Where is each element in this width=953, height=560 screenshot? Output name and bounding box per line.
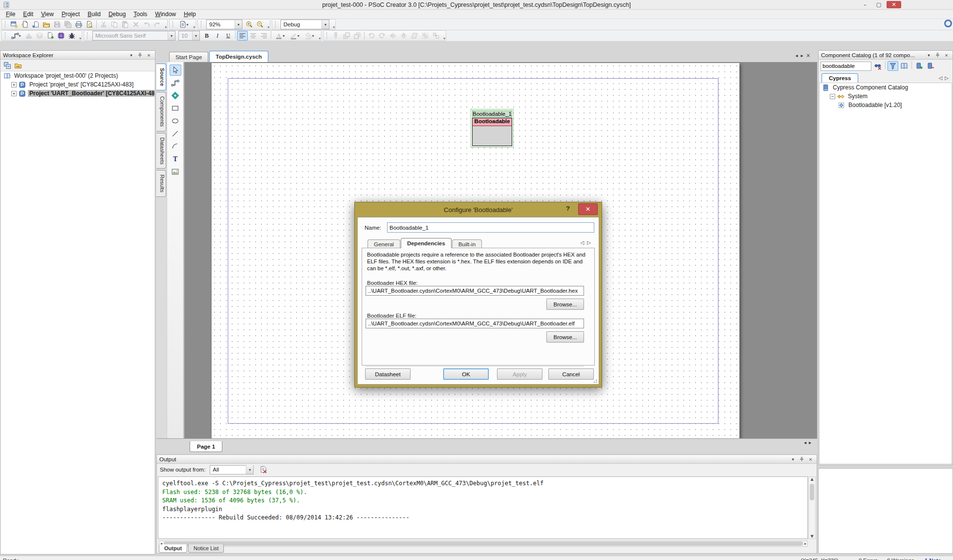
close-button[interactable]: ✕ [887, 1, 901, 8]
scroll-down-icon[interactable]: ▼ [810, 534, 813, 538]
show-output-from-combo[interactable]: All▾ [210, 465, 254, 474]
pin-icon[interactable] [798, 456, 805, 463]
tree-item[interactable]: +Project 'UART_Bootloader' [CY8C4125AXI-… [1, 89, 154, 98]
page-1-tab[interactable]: Page 1 [190, 441, 222, 452]
chevron-down-icon[interactable]: ▾ [789, 456, 797, 463]
toolbar-overflow-icon[interactable]: ▾ [333, 25, 335, 29]
tab-start-page[interactable]: Start Page [169, 52, 208, 62]
open-book-button[interactable] [899, 61, 910, 71]
toolbar-overflow-icon[interactable]: ▾ [193, 25, 195, 29]
tab-topdesign[interactable]: TopDesign.cysch [209, 51, 268, 62]
dialog-resize-grip[interactable] [592, 378, 597, 383]
menu-item-edit[interactable]: Edit [19, 10, 37, 18]
remove-book-button[interactable] [925, 61, 936, 71]
chevron-down-icon[interactable]: ▾ [925, 52, 932, 59]
page-scroll-right-icon[interactable]: ▸ [809, 440, 811, 445]
status-errors[interactable]: 0 Errors [859, 557, 878, 560]
zoom-out-button[interactable] [255, 20, 265, 29]
toolbar-overflow-icon[interactable]: ▾ [319, 37, 321, 41]
menu-item-debug[interactable]: Debug [105, 10, 130, 18]
output-vertical-scrollbar[interactable]: ▲▼ [808, 476, 816, 539]
text-tool-button[interactable]: T [170, 153, 181, 165]
menu-item-project[interactable]: Project [58, 10, 84, 18]
menu-item-tools[interactable]: Tools [130, 10, 151, 18]
dialog-tab-right-icon[interactable]: ▷ [587, 240, 591, 245]
print-preview-button[interactable] [84, 20, 95, 29]
print-button[interactable] [73, 20, 84, 29]
flip-vertical-button[interactable] [398, 31, 409, 41]
toolbar-overflow-icon[interactable]: ▾ [79, 37, 81, 41]
open-project-button[interactable] [30, 20, 41, 29]
tab-output[interactable]: Output [159, 544, 187, 553]
bug-button[interactable] [66, 31, 77, 41]
side-tab-source[interactable]: Source [156, 64, 166, 90]
dialog-close-button[interactable]: ✕ [578, 203, 598, 215]
scroll-thumb[interactable] [810, 484, 814, 500]
side-tab-datasheets[interactable]: Datasheets [156, 133, 166, 169]
ok-button[interactable]: OK [443, 368, 489, 380]
rotate-right-button[interactable] [377, 31, 388, 41]
font-color-button[interactable]: A▾ [273, 31, 287, 41]
dialog-help-button[interactable]: ? [563, 205, 573, 215]
scroll-thumb[interactable] [164, 541, 803, 546]
search-binoculars-button[interactable] [872, 61, 883, 71]
send-back-button[interactable] [352, 31, 363, 41]
tab-notice-list[interactable]: Notice List [188, 544, 224, 553]
side-tab-components[interactable]: Components [156, 92, 166, 131]
datasheet-button[interactable]: ▾ [176, 20, 191, 29]
redo-button[interactable] [152, 20, 163, 29]
browse-hex-button[interactable]: Browse... [546, 299, 584, 310]
tree-item[interactable]: Workspace 'projet_test-000' (2 Projects) [1, 71, 154, 80]
menu-item-window[interactable]: Window [151, 10, 180, 18]
tab-built-in[interactable]: Built-in [452, 239, 482, 248]
cancel-button[interactable]: Cancel [548, 368, 594, 380]
clear-output-button[interactable] [258, 465, 269, 474]
toolbar-overflow-icon[interactable]: ▾ [443, 37, 445, 41]
status-warnings[interactable]: 0 Warnings [887, 557, 914, 560]
tab-scroll-right-icon[interactable]: ▸ [801, 53, 803, 58]
font-name-combo[interactable]: Microsoft Sans Serif▾ [92, 31, 175, 41]
tree-item[interactable]: Bootloadable [v1.20] [820, 101, 952, 109]
build-config-combo[interactable]: Debug▾ [281, 20, 329, 29]
close-icon[interactable]: × [807, 456, 814, 463]
chevron-down-icon[interactable]: ▾ [128, 52, 135, 59]
wire-tool-button[interactable] [170, 77, 181, 88]
toolbar-overflow-icon[interactable]: ▾ [165, 25, 167, 29]
route-wire-button[interactable]: ▾ [9, 31, 23, 41]
elf-file-input[interactable] [366, 319, 584, 328]
save-button[interactable] [52, 20, 63, 29]
cut-button[interactable] [98, 20, 109, 29]
undo-button[interactable] [141, 20, 152, 29]
pen-color-button[interactable]: ▾ [287, 31, 302, 41]
component-ref-label[interactable]: Bootloadable_1 [472, 110, 512, 117]
save-all-button[interactable] [63, 20, 73, 29]
tree-item[interactable]: +Project 'projet_test' [CY8C4125AXI-483] [1, 80, 154, 89]
menu-item-help[interactable]: Help [180, 10, 200, 18]
ellipse-tool-button[interactable] [170, 115, 181, 127]
delete-button[interactable] [130, 20, 141, 29]
font-size-combo[interactable]: 10▾ [178, 31, 200, 41]
output-console[interactable]: cyelftool.exe -S C:\Projets_Cypress\proj… [158, 476, 808, 539]
align-right-button[interactable] [259, 31, 269, 41]
minimize-button[interactable]: – [859, 1, 871, 8]
datasheet-button[interactable]: Datasheet [365, 368, 411, 380]
close-icon[interactable]: × [943, 52, 950, 59]
dialog-tab-left-icon[interactable]: ◁ [581, 240, 585, 245]
group-button[interactable] [420, 31, 431, 41]
scroll-up-icon[interactable]: ▲ [810, 477, 813, 481]
apply-button[interactable]: Apply [497, 368, 542, 380]
zoom-in-button[interactable] [244, 20, 255, 29]
arc-tool-button[interactable] [170, 141, 181, 152]
output-horizontal-scrollbar[interactable]: ◂▸ [159, 540, 808, 547]
bootloadable-component[interactable]: Bootloadable_1 Bootloadable [471, 109, 514, 148]
chevron-down-icon[interactable]: ▾ [168, 31, 175, 40]
pin-icon[interactable] [136, 52, 144, 59]
chevron-down-icon[interactable]: ▾ [322, 20, 329, 29]
chevron-down-icon[interactable]: ▾ [192, 31, 199, 40]
catalog-tab-right-icon[interactable]: ▷ [945, 75, 949, 81]
image-tool-button[interactable] [170, 166, 181, 177]
italic-button[interactable]: I [212, 31, 223, 41]
zoom-level-combo[interactable]: 92%▾ [206, 20, 242, 29]
tab-scroll-left-icon[interactable]: ◂ [796, 53, 798, 58]
format-painter-button[interactable] [330, 31, 341, 41]
